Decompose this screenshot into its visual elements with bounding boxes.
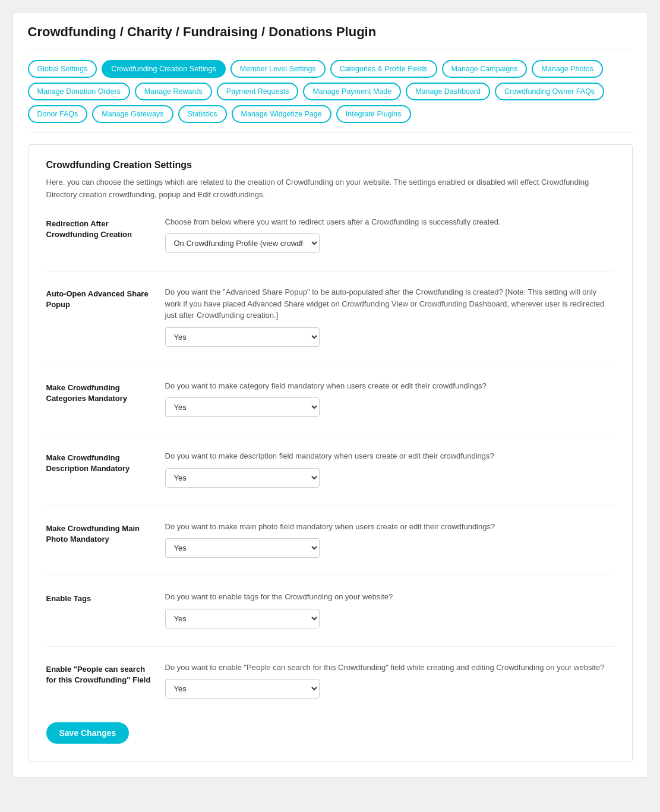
content-panel: Crowdfunding Creation Settings Here, you… — [28, 144, 633, 762]
setting-control-enable-tags: Do you want to enable tags for the Crowd… — [165, 591, 614, 628]
section-divider-1 — [46, 365, 614, 365]
nav-tab-manage-payment-made[interactable]: Manage Payment Made — [303, 83, 401, 100]
nav-tab-crowdfunding-owner-faqs[interactable]: Crowdfunding Owner FAQs — [495, 83, 604, 100]
nav-tab-statistics[interactable]: Statistics — [178, 105, 227, 123]
nav-tab-integrate-plugins[interactable]: Integrate Plugins — [336, 105, 411, 123]
setting-select-auto-open-advanced-share-popup[interactable]: YesNo — [165, 327, 320, 347]
setting-label-make-description-mandatory: Make Crowdfunding Description Mandatory — [46, 450, 165, 474]
setting-control-redirection-after-creation: Choose from below where you want to redi… — [165, 216, 614, 254]
setting-control-make-main-photo-mandatory: Do you want to make main photo field man… — [165, 521, 614, 558]
section-divider-0 — [46, 271, 614, 271]
setting-label-redirection-after-creation: Redirection After Crowdfunding Creation — [46, 216, 165, 240]
nav-tab-global-settings[interactable]: Global Settings — [28, 60, 97, 78]
nav-tab-manage-gateways[interactable]: Manage Gateways — [92, 105, 173, 123]
setting-label-enable-people-can-search: Enable "People can search for this Crowd… — [46, 662, 165, 685]
nav-tab-manage-donation-orders[interactable]: Manage Donation Orders — [28, 83, 130, 100]
nav-tab-manage-dashboard[interactable]: Manage Dashboard — [406, 83, 490, 100]
setting-description-enable-people-can-search: Do you want to enable "People can search… — [165, 662, 614, 674]
setting-description-auto-open-advanced-share-popup: Do you want the "Advanced Share Popup" t… — [165, 286, 614, 321]
nav-tab-manage-widgetize-page[interactable]: Manage Widgetize Page — [232, 105, 331, 123]
setting-description-redirection-after-creation: Choose from below where you want to redi… — [165, 216, 614, 228]
section-divider-3 — [46, 505, 614, 506]
panel-title: Crowdfunding Creation Settings — [46, 160, 614, 170]
nav-tab-manage-campaigns[interactable]: Manage Campaigns — [442, 60, 528, 78]
nav-tab-member-level-settings[interactable]: Member Level Settings — [230, 60, 326, 78]
setting-select-make-main-photo-mandatory[interactable]: YesNo — [165, 538, 320, 558]
setting-row-make-categories-mandatory: Make Crowdfunding Categories MandatoryDo… — [46, 380, 614, 418]
setting-label-enable-tags: Enable Tags — [46, 591, 165, 604]
setting-row-make-main-photo-mandatory: Make Crowdfunding Main Photo MandatoryDo… — [46, 521, 614, 558]
nav-tab-payment-requests[interactable]: Payment Requests — [217, 83, 299, 100]
setting-control-make-description-mandatory: Do you want to make description field ma… — [165, 450, 614, 488]
setting-description-make-categories-mandatory: Do you want to make category field manda… — [165, 380, 614, 392]
nav-tab-crowdfunding-creation-settings[interactable]: Crowdfunding Creation Settings — [102, 60, 226, 78]
setting-description-make-description-mandatory: Do you want to make description field ma… — [165, 450, 614, 462]
section-divider-5 — [46, 646, 614, 647]
setting-control-auto-open-advanced-share-popup: Do you want the "Advanced Share Popup" t… — [165, 286, 614, 347]
setting-select-make-categories-mandatory[interactable]: YesNo — [165, 397, 320, 417]
settings-container: Redirection After Crowdfunding CreationC… — [46, 216, 614, 699]
setting-row-enable-tags: Enable TagsDo you want to enable tags fo… — [46, 591, 614, 628]
setting-description-enable-tags: Do you want to enable tags for the Crowd… — [165, 591, 614, 603]
setting-row-auto-open-advanced-share-popup: Auto-Open Advanced Share PopupDo you wan… — [46, 286, 614, 347]
setting-select-enable-people-can-search[interactable]: YesNo — [165, 679, 320, 699]
setting-select-enable-tags[interactable]: YesNo — [165, 609, 320, 628]
setting-control-make-categories-mandatory: Do you want to make category field manda… — [165, 380, 614, 418]
setting-select-make-description-mandatory[interactable]: YesNo — [165, 468, 320, 488]
setting-label-make-main-photo-mandatory: Make Crowdfunding Main Photo Mandatory — [46, 521, 165, 545]
setting-description-make-main-photo-mandatory: Do you want to make main photo field man… — [165, 521, 614, 533]
setting-label-auto-open-advanced-share-popup: Auto-Open Advanced Share Popup — [46, 286, 165, 310]
nav-tab-manage-rewards[interactable]: Manage Rewards — [135, 83, 212, 100]
section-divider-2 — [46, 435, 614, 435]
setting-select-redirection-after-creation[interactable]: On Crowdfunding Profile (view crowdfundi… — [165, 233, 320, 253]
setting-label-make-categories-mandatory: Make Crowdfunding Categories Mandatory — [46, 380, 165, 404]
setting-row-redirection-after-creation: Redirection After Crowdfunding CreationC… — [46, 216, 614, 254]
nav-tab-categories-profile-fields[interactable]: Categories & Profile Fields — [330, 60, 437, 78]
setting-row-enable-people-can-search: Enable "People can search for this Crowd… — [46, 662, 614, 699]
page-title: Crowdfunding / Charity / Fundraising / D… — [28, 24, 633, 49]
nav-tabs: Global SettingsCrowdfunding Creation Set… — [28, 60, 633, 132]
page-wrapper: Crowdfunding / Charity / Fundraising / D… — [12, 12, 648, 778]
setting-control-enable-people-can-search: Do you want to enable "People can search… — [165, 662, 614, 699]
nav-tab-manage-photos[interactable]: Manage Photos — [532, 60, 603, 78]
setting-row-make-description-mandatory: Make Crowdfunding Description MandatoryD… — [46, 450, 614, 488]
section-divider-4 — [46, 576, 614, 576]
nav-tab-donor-faqs[interactable]: Donor FAQs — [28, 105, 88, 123]
panel-description: Here, you can choose the settings which … — [46, 176, 614, 201]
save-changes-button[interactable]: Save Changes — [46, 722, 130, 744]
